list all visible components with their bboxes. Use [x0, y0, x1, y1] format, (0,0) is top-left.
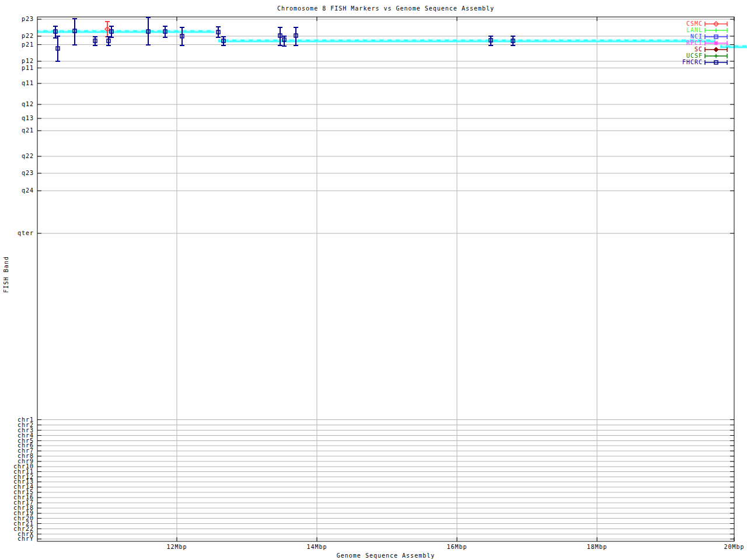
plot-area: [0, 0, 747, 560]
legend-item-nci: NCI: [586, 34, 703, 40]
legend-samples: [705, 22, 727, 65]
plot-border: [37, 17, 734, 541]
legend-item-ucsf: UCSF: [586, 53, 703, 59]
xtick-label-12Mbp: 12Mbp: [159, 544, 194, 550]
fish-marker-chart: Chromosome 8 FISH Markers vs Genome Sequ…: [0, 0, 747, 560]
legend-item-fhcrc: FHCRC: [586, 60, 703, 65]
ytick-label-qter: qter: [0, 230, 34, 236]
ytick-label-q11: q11: [0, 80, 34, 86]
xtick-label-20Mbp: 20Mbp: [717, 544, 747, 550]
ytick-label-q22: q22: [0, 153, 34, 159]
ytick-label-q21: q21: [0, 128, 34, 134]
ytick-label-q12: q12: [0, 102, 34, 107]
legend-item-csmc: CSMC: [586, 21, 703, 27]
ytick-label-p22: p22: [0, 33, 34, 39]
ytick-label-q23: q23: [0, 170, 34, 176]
xtick-label-14Mbp: 14Mbp: [299, 544, 334, 550]
legend-item-sc: SC: [586, 47, 703, 52]
xtick-label-16Mbp: 16Mbp: [439, 544, 474, 550]
ytick-label-p12: p12: [0, 58, 34, 64]
ytick-label-p21: p21: [0, 42, 34, 48]
legend-item-lanl: LANL: [586, 27, 703, 33]
ytick-label-q13: q13: [0, 116, 34, 121]
series-csmc: [105, 22, 110, 37]
xtick-label-18Mbp: 18Mbp: [580, 544, 615, 550]
ytick-label-q24: q24: [0, 188, 34, 194]
ytick-label-p11: p11: [0, 65, 34, 71]
ytick-label-chrY: chrY: [0, 536, 34, 542]
legend-item-rpci: RPCI: [586, 40, 703, 46]
gridlines: [37, 17, 734, 541]
ytick-label-p23: p23: [0, 16, 34, 22]
